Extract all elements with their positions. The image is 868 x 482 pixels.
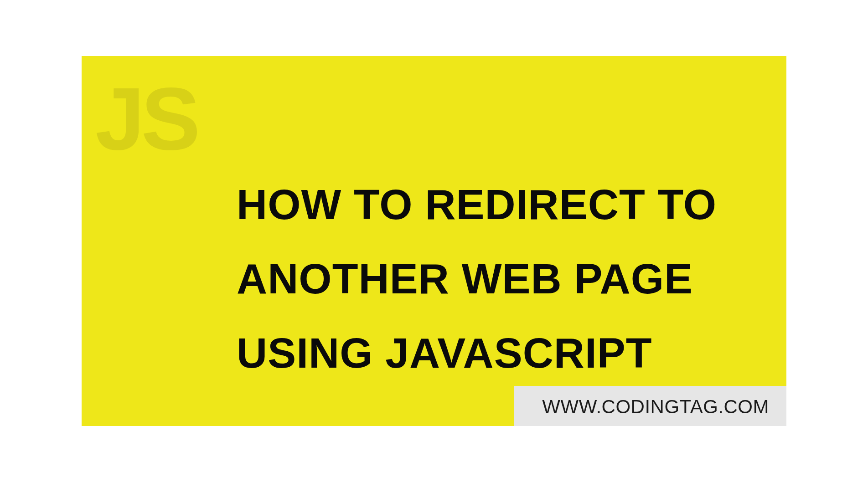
url-text: WWW.CODINGTAG.COM [542,396,769,417]
headline-line-1: HOW TO REDIRECT TO [237,168,717,242]
banner-container: JS HOW TO REDIRECT TO ANOTHER WEB PAGE U… [82,56,786,426]
js-watermark: JS [95,74,197,163]
headline-line-3: USING JAVASCRIPT [237,316,717,390]
headline: HOW TO REDIRECT TO ANOTHER WEB PAGE USIN… [237,168,717,390]
headline-line-2: ANOTHER WEB PAGE [237,242,717,316]
url-box: WWW.CODINGTAG.COM [514,386,786,426]
